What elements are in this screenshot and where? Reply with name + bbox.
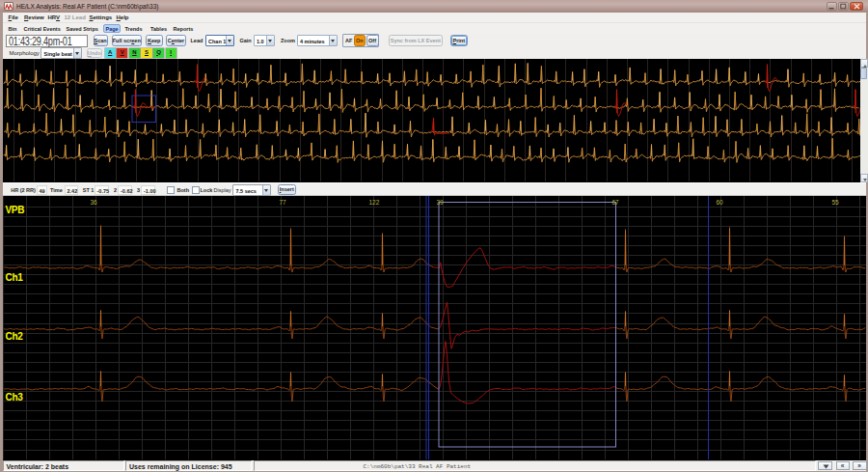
svg-text:55: 55	[831, 199, 839, 206]
svg-text:60: 60	[716, 199, 723, 206]
svg-text:36: 36	[90, 199, 97, 206]
svg-text:Ch1: Ch1	[5, 272, 23, 283]
svg-text:39: 39	[436, 199, 444, 206]
svg-text:Ch2: Ch2	[5, 331, 23, 342]
svg-text:Ch3: Ch3	[5, 392, 23, 403]
svg-text:122: 122	[368, 199, 379, 206]
svg-text:67: 67	[611, 199, 619, 206]
svg-text:77: 77	[279, 199, 286, 206]
svg-text:VPB: VPB	[5, 205, 24, 215]
